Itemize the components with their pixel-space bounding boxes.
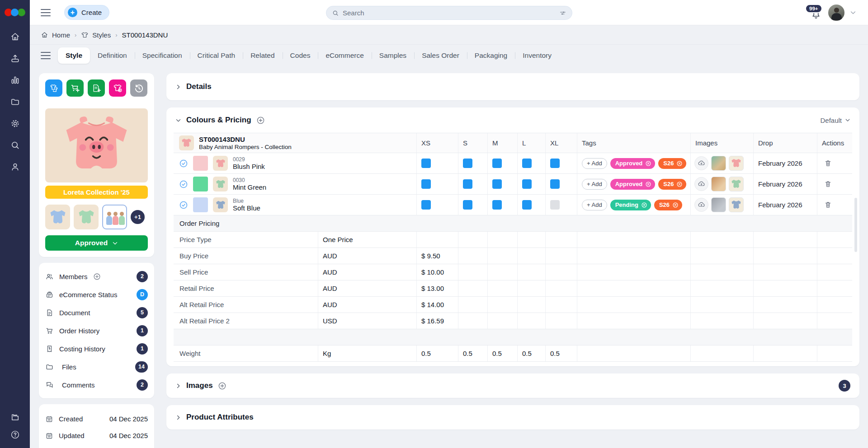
home-icon[interactable] xyxy=(10,32,20,42)
thumbnail-green-romper[interactable] xyxy=(74,205,99,229)
tag-approved[interactable]: Approved xyxy=(610,158,656,169)
reports-chart-icon[interactable] xyxy=(10,75,20,85)
weight-value-xs[interactable]: 0.5 xyxy=(417,345,458,361)
pricing-currency[interactable]: AUD xyxy=(318,280,417,296)
delete-colorway-button[interactable] xyxy=(824,180,833,189)
pricing-currency[interactable]: AUD xyxy=(318,248,417,264)
tab-critical-path[interactable]: Critical Path xyxy=(190,47,243,64)
menu-item-document[interactable]: Document 5 xyxy=(45,303,148,322)
size-checkbox-xl[interactable] xyxy=(550,200,560,210)
size-checkbox-xs[interactable] xyxy=(421,200,431,210)
chevron-right-icon[interactable] xyxy=(175,383,181,389)
colours-pricing-title[interactable]: Colours & Pricing xyxy=(186,116,251,125)
row-selected-check-icon[interactable] xyxy=(179,159,188,168)
upload-image-button[interactable] xyxy=(694,156,708,170)
account-chevron-down-icon[interactable] xyxy=(850,9,856,16)
notifications-button[interactable]: 99+ xyxy=(811,6,823,19)
tag-approved[interactable]: Approved xyxy=(610,179,656,190)
add-tag-button[interactable]: + Add xyxy=(582,200,607,210)
copy-style-button[interactable] xyxy=(45,79,62,97)
flat-sketch-thumbnail[interactable] xyxy=(729,177,744,191)
weight-value-xl[interactable]: 0.5 xyxy=(546,345,577,361)
row-selected-check-icon[interactable] xyxy=(179,180,188,189)
size-checkbox-m[interactable] xyxy=(492,159,502,168)
style-hero-image[interactable] xyxy=(45,108,148,182)
pricing-value[interactable]: $ 10.00 xyxy=(417,264,458,280)
weight-value-s[interactable]: 0.5 xyxy=(458,345,488,361)
lifestyle-photo-thumbnail[interactable] xyxy=(711,197,726,212)
add-tag-button[interactable]: + Add xyxy=(582,179,607,190)
menu-item-costing-history[interactable]: Costing History 1 xyxy=(45,340,148,358)
table-scrollbar[interactable] xyxy=(854,198,857,252)
flat-sketch-thumbnail[interactable] xyxy=(729,197,744,212)
weight-unit[interactable]: Kg xyxy=(318,345,417,361)
colorway-thumbnail[interactable] xyxy=(213,177,228,191)
remove-tag-icon[interactable] xyxy=(645,160,651,167)
add-tag-button[interactable]: + Add xyxy=(582,158,607,169)
tab-packaging[interactable]: Packaging xyxy=(467,47,515,64)
tab-inventory[interactable]: Inventory xyxy=(515,47,559,64)
tab-sales-order[interactable]: Sales Order xyxy=(414,47,467,64)
thumbnail-babies-photo[interactable] xyxy=(102,205,127,229)
pricing-value[interactable]: $ 16.59 xyxy=(417,313,458,329)
tag-s26[interactable]: S26 xyxy=(658,158,686,169)
tab-related[interactable]: Related xyxy=(243,47,282,64)
size-checkbox-s[interactable] xyxy=(463,159,472,168)
remove-tag-icon[interactable] xyxy=(641,202,647,208)
upload-image-button[interactable] xyxy=(694,198,708,212)
add-member-icon[interactable] xyxy=(93,273,101,280)
tab-codes[interactable]: Codes xyxy=(283,47,318,64)
profile-person-icon[interactable] xyxy=(10,162,20,172)
size-checkbox-xs[interactable] xyxy=(421,159,431,168)
upload-icon[interactable] xyxy=(10,53,20,64)
chevron-right-icon[interactable] xyxy=(175,84,181,90)
chevron-down-icon[interactable] xyxy=(175,117,181,123)
menu-item-members[interactable]: Members 2 xyxy=(45,267,148,285)
size-checkbox-xl[interactable] xyxy=(550,179,560,189)
row-selected-check-icon[interactable] xyxy=(179,201,188,210)
remove-tag-icon[interactable] xyxy=(676,181,683,187)
search-nav-icon[interactable] xyxy=(10,140,20,150)
create-button[interactable]: + Create xyxy=(64,5,109,20)
pricing-value[interactable]: $ 9.50 xyxy=(417,248,458,264)
lifestyle-photo-thumbnail[interactable] xyxy=(711,156,726,171)
add-colorway-icon[interactable] xyxy=(256,116,265,125)
delete-colorway-button[interactable] xyxy=(824,159,833,168)
lifestyle-photo-thumbnail[interactable] xyxy=(711,177,726,191)
user-avatar[interactable] xyxy=(828,5,844,21)
size-checkbox-l[interactable] xyxy=(522,159,532,168)
chevron-right-icon[interactable] xyxy=(175,415,181,420)
upload-image-button[interactable] xyxy=(694,177,708,191)
remove-style-button[interactable] xyxy=(109,79,126,97)
pricing-value[interactable]: $ 13.00 xyxy=(417,280,458,296)
flat-sketch-thumbnail[interactable] xyxy=(729,156,744,171)
remove-tag-icon[interactable] xyxy=(645,181,651,187)
colorway-thumbnail[interactable] xyxy=(213,156,228,171)
remove-tag-icon[interactable] xyxy=(676,160,683,167)
search-input[interactable] xyxy=(343,9,556,17)
size-checkbox-xl[interactable] xyxy=(550,159,560,168)
tag-pending[interactable]: Pending xyxy=(610,200,651,210)
thumbnail-blue-romper[interactable] xyxy=(45,205,70,229)
pricing-currency[interactable]: One Price xyxy=(318,232,417,247)
menu-item-ecommerce-status[interactable]: eCommerce Status D xyxy=(45,285,148,303)
history-button[interactable] xyxy=(130,79,147,97)
add-to-order-button[interactable] xyxy=(66,79,84,97)
size-checkbox-s[interactable] xyxy=(463,200,472,210)
breadcrumb-home[interactable]: Home xyxy=(41,31,70,39)
tabs-hamburger-icon[interactable] xyxy=(41,52,51,59)
weight-value-m[interactable]: 0.5 xyxy=(488,345,518,361)
menu-item-comments[interactable]: Comments 2 xyxy=(45,376,148,394)
menu-hamburger-icon[interactable] xyxy=(41,9,51,16)
images-section-title[interactable]: Images xyxy=(186,381,213,390)
tab-style[interactable]: Style xyxy=(58,47,90,64)
size-checkbox-m[interactable] xyxy=(492,179,502,189)
view-dropdown[interactable]: Default xyxy=(820,117,850,124)
remove-tag-icon[interactable] xyxy=(672,202,679,208)
folder-icon[interactable] xyxy=(10,97,20,107)
pricing-currency[interactable]: USD xyxy=(318,313,417,329)
tab-definition[interactable]: Definition xyxy=(90,47,135,64)
size-checkbox-l[interactable] xyxy=(522,200,532,210)
add-image-icon[interactable] xyxy=(218,382,226,390)
tab-specification[interactable]: Specification xyxy=(135,47,190,64)
